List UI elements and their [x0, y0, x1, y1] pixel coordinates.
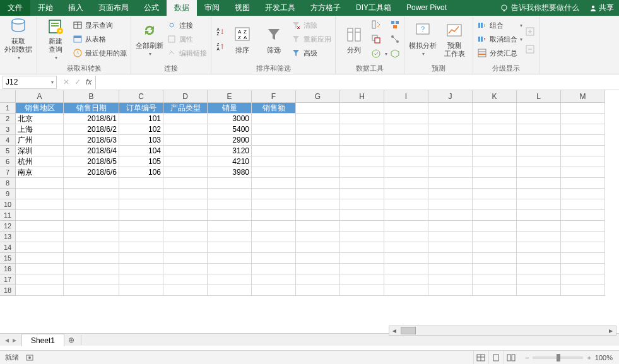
- cell[interactable]: [252, 189, 296, 199]
- cell[interactable]: [517, 135, 561, 146]
- cell[interactable]: [163, 199, 208, 210]
- cell[interactable]: 2018/6/5: [64, 156, 119, 167]
- cell[interactable]: [561, 103, 605, 114]
- cell[interactable]: [252, 210, 296, 221]
- cell[interactable]: [296, 210, 340, 221]
- cell[interactable]: [208, 253, 252, 264]
- cell[interactable]: [64, 210, 119, 221]
- view-page-layout-button[interactable]: [488, 351, 504, 365]
- cell[interactable]: [561, 189, 605, 199]
- cell[interactable]: [473, 103, 517, 114]
- cell[interactable]: [517, 199, 561, 210]
- sheet-nav-prev-icon[interactable]: ◂: [5, 336, 9, 344]
- cell[interactable]: [296, 189, 340, 199]
- relationships-button[interactable]: [390, 32, 400, 46]
- cell[interactable]: [384, 264, 428, 274]
- cell[interactable]: [561, 253, 605, 264]
- cell[interactable]: [517, 124, 561, 135]
- cell[interactable]: [208, 199, 252, 210]
- cell[interactable]: [473, 210, 517, 221]
- column-header[interactable]: G: [296, 90, 340, 103]
- refresh-all-button[interactable]: 全部刷新▾: [135, 17, 164, 61]
- cell[interactable]: [163, 232, 208, 242]
- cell[interactable]: [296, 178, 340, 189]
- whatif-button[interactable]: ? 模拟分析▾: [408, 17, 437, 61]
- cell[interactable]: [517, 178, 561, 189]
- cell[interactable]: 104: [119, 146, 163, 156]
- cell[interactable]: [428, 199, 473, 210]
- scrollbar-thumb[interactable]: [401, 327, 416, 334]
- cell[interactable]: [163, 167, 208, 178]
- tab-页面布局[interactable]: 页面布局: [91, 0, 136, 16]
- cell[interactable]: [428, 178, 473, 189]
- cell[interactable]: [340, 253, 384, 264]
- zoom-slider[interactable]: [533, 356, 583, 359]
- cell[interactable]: [119, 242, 163, 253]
- row-header[interactable]: 7: [0, 167, 16, 178]
- cell[interactable]: [473, 146, 517, 156]
- cell[interactable]: [561, 124, 605, 135]
- cell[interactable]: [16, 274, 64, 285]
- cell[interactable]: [384, 285, 428, 296]
- cell[interactable]: [163, 114, 208, 124]
- cell[interactable]: [517, 274, 561, 285]
- row-header[interactable]: 9: [0, 189, 16, 199]
- cell[interactable]: [16, 221, 64, 232]
- column-header[interactable]: K: [473, 90, 517, 103]
- cell[interactable]: 103: [119, 135, 163, 146]
- cell[interactable]: [163, 285, 208, 296]
- cell[interactable]: [428, 124, 473, 135]
- cell[interactable]: [16, 232, 64, 242]
- cell[interactable]: 102: [119, 124, 163, 135]
- cell[interactable]: [208, 232, 252, 242]
- row-header[interactable]: 6: [0, 156, 16, 167]
- cell[interactable]: [473, 114, 517, 124]
- cell[interactable]: 2018/6/3: [64, 135, 119, 146]
- row-header[interactable]: 15: [0, 253, 16, 264]
- cell[interactable]: [208, 178, 252, 189]
- column-header[interactable]: M: [561, 90, 605, 103]
- cell[interactable]: 上海: [16, 124, 64, 135]
- column-header[interactable]: H: [340, 90, 384, 103]
- tell-me[interactable]: 告诉我你想要做什么: [495, 3, 584, 13]
- cell[interactable]: [64, 264, 119, 274]
- tab-开发工具[interactable]: 开发工具: [257, 0, 303, 16]
- cell[interactable]: 销量: [208, 103, 252, 114]
- cell[interactable]: [64, 199, 119, 210]
- cell[interactable]: [428, 274, 473, 285]
- cell[interactable]: [384, 274, 428, 285]
- cell[interactable]: [340, 274, 384, 285]
- cell[interactable]: [119, 210, 163, 221]
- cell[interactable]: [16, 199, 64, 210]
- cell[interactable]: [428, 221, 473, 232]
- cell[interactable]: [252, 221, 296, 232]
- cell[interactable]: [163, 274, 208, 285]
- consolidate-button[interactable]: [390, 18, 400, 32]
- cell[interactable]: [473, 135, 517, 146]
- column-header[interactable]: F: [252, 90, 296, 103]
- cell[interactable]: [163, 253, 208, 264]
- cell[interactable]: [473, 242, 517, 253]
- cell[interactable]: [119, 253, 163, 264]
- cell[interactable]: [384, 232, 428, 242]
- tab-DIY工具箱[interactable]: DIY工具箱: [348, 0, 399, 16]
- column-header[interactable]: D: [163, 90, 208, 103]
- cell[interactable]: [473, 156, 517, 167]
- cell[interactable]: 深圳: [16, 146, 64, 156]
- cell[interactable]: [208, 285, 252, 296]
- row-header[interactable]: 8: [0, 178, 16, 189]
- cell[interactable]: [296, 199, 340, 210]
- cell[interactable]: [163, 135, 208, 146]
- cell[interactable]: [252, 242, 296, 253]
- cell[interactable]: [252, 178, 296, 189]
- cell[interactable]: 2018/6/4: [64, 146, 119, 156]
- cell[interactable]: [561, 221, 605, 232]
- cell[interactable]: [561, 210, 605, 221]
- cell[interactable]: [64, 242, 119, 253]
- cell[interactable]: 3980: [208, 167, 252, 178]
- cell[interactable]: [473, 274, 517, 285]
- cell[interactable]: [252, 135, 296, 146]
- cell[interactable]: [296, 264, 340, 274]
- worksheet-grid[interactable]: ABCDEFGHIJKLM 12345678910111213141516171…: [0, 90, 619, 307]
- cell[interactable]: [473, 167, 517, 178]
